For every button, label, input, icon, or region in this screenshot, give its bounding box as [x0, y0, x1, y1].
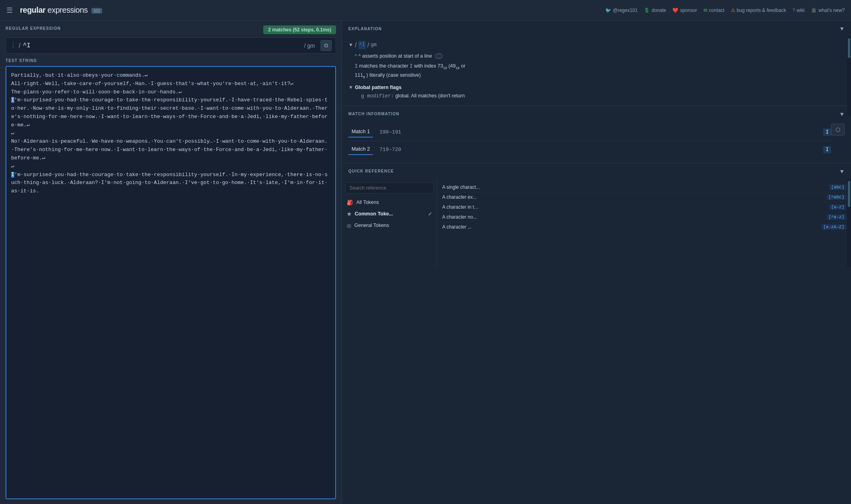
quick-ref-token-0[interactable]: [abc] [829, 184, 846, 190]
match-1-range: 190–191 [379, 129, 817, 135]
nav-links: 🐦 @regex101 💲 donate ❤️ sponsor ✉ contac… [605, 8, 845, 13]
collapse-arrow[interactable]: ▼ [348, 41, 353, 49]
quick-ref-token-4[interactable]: [a-zA-Z] [821, 224, 846, 230]
explanation-section: EXPLANATION ▼ ▼ / ^I / gm ^ ^ asserts po… [342, 21, 851, 106]
quick-ref-entry-1: A character ex... [^abc] [442, 192, 846, 202]
regex-input[interactable] [23, 42, 298, 49]
explanation-caret-token: ^I [358, 41, 366, 49]
quick-ref-scrollbar-thumb [848, 181, 850, 207]
quick-ref-all-tokens[interactable]: 🎒 All Tokens [342, 197, 437, 208]
explanation-caret-row: ^ ^ asserts position at start of a line … [348, 52, 845, 60]
quick-ref-label: QUICK REFERENCE [348, 169, 394, 173]
quick-ref-entry-2: A character in t... [a-z] [442, 202, 846, 212]
match-row-1: Match 1 190–191 I [348, 124, 831, 141]
quick-ref-desc-2: A character in t... [442, 204, 478, 210]
explanation-label: EXPLANATION [348, 27, 382, 31]
match-rows: Match 1 190–191 I Match 2 719–720 I [348, 124, 831, 158]
quick-ref-desc-4: A character ... [442, 224, 472, 230]
regex-copy-button[interactable]: ⧉ [321, 40, 332, 51]
match-rows-wrap: Match 1 190–191 I Match 2 719–720 I ⬡ [348, 124, 845, 158]
match-info-header[interactable]: MATCH INFORMATION ▼ [342, 106, 851, 122]
regex-flags: / gm [301, 43, 318, 49]
contact-icon: ✉ [703, 8, 707, 13]
search-reference-input[interactable] [345, 182, 434, 194]
right-panel: EXPLANATION ▼ ▼ / ^I / gm ^ ^ asserts po… [342, 21, 851, 504]
explanation-global-row: ▼ Global pattern flags [348, 83, 845, 92]
match-2-value: I [823, 146, 831, 153]
general-tokens-label: General Tokens [354, 223, 389, 228]
quick-ref-general-tokens[interactable]: ◎ General Tokens [342, 220, 437, 231]
explanation-tree: ▼ / ^I / gm ^ ^ asserts position at star… [348, 40, 845, 101]
quick-ref-chevron: ▼ [839, 168, 845, 174]
quick-ref-desc-3: A character no... [442, 214, 477, 220]
explanation-tree-root: ▼ / ^I / gm [348, 40, 845, 50]
bug-icon: ⚠ [731, 8, 735, 13]
regex-header: REGULAR EXPRESSION 2 matches (52 steps, … [6, 25, 336, 34]
star-icon: ★ [347, 211, 352, 217]
briefcase-icon: 🎒 [347, 200, 353, 205]
quick-ref-list: 🎒 All Tokens ★ Common Toke... ✓ ◎ Genera… [342, 197, 437, 267]
match-1-highlight: I [11, 97, 14, 103]
nav-sponsor[interactable]: ❤️ sponsor [672, 8, 697, 13]
regex-section-label: REGULAR EXPRESSION [6, 26, 61, 31]
nav-donate[interactable]: 💲 donate [644, 8, 666, 13]
explanation-scrollbar-thumb [848, 38, 850, 58]
quick-ref-scrollbar [847, 179, 851, 267]
regex-slash-start: / [19, 42, 20, 49]
match-1-tab[interactable]: Match 1 [348, 127, 373, 138]
test-string-container: Partially,·but·it·also·obeys·your·comman… [6, 66, 336, 499]
quick-ref-desc-0: A single charact... [442, 184, 480, 190]
explanation-scrollbar [847, 37, 851, 116]
quick-ref-token-3[interactable]: [^a-z] [826, 214, 846, 220]
explanation-header[interactable]: EXPLANATION ▼ [342, 21, 851, 37]
quick-ref-token-2[interactable]: [a-z] [829, 204, 846, 210]
match-badge: 2 matches (52 steps, 0.1ms) [263, 25, 336, 34]
explanation-g-modifier-row: g modifier: global. All matches (don't r… [348, 92, 845, 101]
hamburger-menu[interactable]: ☰ [6, 6, 13, 15]
brand-badge: 101 [91, 8, 102, 14]
nav-wiki[interactable]: ? wiki [793, 8, 805, 13]
nav-bug-reports[interactable]: ⚠ bug reports & feedback [731, 8, 786, 13]
main-content: REGULAR EXPRESSION 2 matches (52 steps, … [0, 21, 851, 504]
quick-ref-header[interactable]: QUICK REFERENCE ▼ [342, 163, 851, 179]
regex-input-row: ⋮ / / gm ⧉ [6, 37, 336, 54]
match-2-tab[interactable]: Match 2 [348, 144, 373, 155]
explanation-content: ▼ / ^I / gm ^ ^ asserts position at star… [342, 37, 851, 106]
test-string-display[interactable]: Partially,·but·it·also·obeys·your·comman… [6, 67, 335, 498]
left-panel: REGULAR EXPRESSION 2 matches (52 steps, … [0, 21, 342, 504]
nav-whats-new[interactable]: 📋 what's new? [811, 8, 845, 13]
sponsor-icon: ❤️ [672, 8, 678, 13]
new-icon: 📋 [811, 8, 817, 13]
explanation-chevron: ▼ [839, 25, 845, 32]
test-string-label: TEST STRING [6, 58, 336, 63]
top-navigation: ☰ regular expressions 101 🐦 @regex101 💲 … [0, 0, 851, 21]
match-row-2: Match 2 719–720 I [348, 141, 831, 158]
search-ref-wrap [342, 179, 437, 197]
all-tokens-label: All Tokens [356, 200, 379, 205]
checkmark-icon: ✓ [428, 211, 432, 217]
regex-options-button[interactable]: ⋮ [10, 42, 16, 49]
global-collapse-arrow[interactable]: ▼ [348, 83, 353, 92]
wiki-icon: ? [793, 8, 795, 13]
circle-icon: ◎ [347, 223, 351, 229]
match-info-content: Match 1 190–191 I Match 2 719–720 I ⬡ [342, 122, 851, 163]
explanation-flags-token: gm [371, 41, 377, 49]
donate-icon: 💲 [644, 8, 650, 13]
nav-contact[interactable]: ✉ contact [703, 8, 725, 13]
match-information-section: MATCH INFORMATION ▼ Match 1 190–191 I Ma… [342, 106, 851, 163]
match-share-button[interactable]: ⬡ [831, 124, 845, 136]
twitter-icon: 🐦 [605, 8, 611, 13]
quick-ref-token-1[interactable]: [^abc] [826, 194, 846, 200]
quick-ref-entry-3: A character no... [^a-z] [442, 212, 846, 222]
explanation-i-row2: 1118 ) literally (case sensitive) [348, 71, 845, 80]
info-icon-caret[interactable]: ⓘ [435, 53, 443, 59]
quick-ref-content: 🎒 All Tokens ★ Common Toke... ✓ ◎ Genera… [342, 179, 851, 267]
nav-twitter[interactable]: 🐦 @regex101 [605, 8, 637, 13]
explanation-i-row: I matches the character I with index 731… [348, 62, 845, 71]
match-2-highlight: I [11, 172, 14, 178]
quick-ref-right-panel: A single charact... [abc] A character ex… [437, 179, 851, 267]
quick-ref-common-tokens[interactable]: ★ Common Toke... ✓ [342, 208, 437, 220]
quick-ref-entry-4: A character ... [a-zA-Z] [442, 222, 846, 232]
brand-logo: regular expressions 101 [20, 6, 102, 15]
match-info-label: MATCH INFORMATION [348, 112, 399, 116]
